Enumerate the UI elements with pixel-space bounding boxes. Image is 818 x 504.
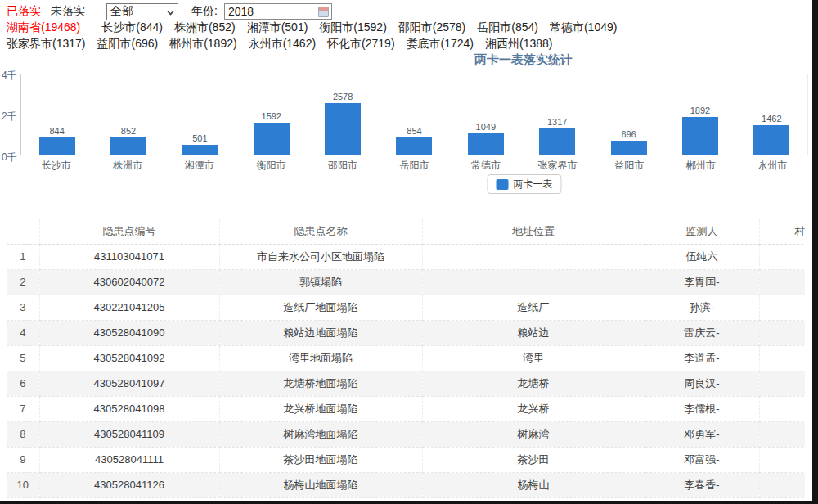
bar-value-label: 844 xyxy=(50,126,65,136)
bar[interactable] xyxy=(396,137,432,155)
link-city[interactable]: 湘潭市(501) xyxy=(247,20,308,35)
toolbar: 已落实 未落实 全部 年份: 2018 xyxy=(7,2,332,20)
x-axis-label: 岳阳市 xyxy=(379,159,451,173)
legend-label: 两卡一表 xyxy=(514,178,553,191)
column-header: 监测人 xyxy=(645,219,759,244)
bar-group: 2578 xyxy=(307,74,378,155)
legend-swatch xyxy=(497,179,509,190)
y-axis-tick: 4千 xyxy=(2,69,20,83)
x-axis-labels: 长沙市株洲市湘潭市衡阳市邵阳市岳阳市常德市张家界市益阳市郴州市永州市 xyxy=(20,159,808,173)
cell-name: 郭镇塌陷 xyxy=(219,269,422,295)
bar-group: 1049 xyxy=(450,74,521,155)
bar-value-label: 852 xyxy=(121,126,136,136)
bar-value-label: 854 xyxy=(407,126,421,136)
chart-legend[interactable]: 两卡一表 xyxy=(488,174,562,194)
x-axis-label: 张家界市 xyxy=(522,159,594,173)
cell-village: 朱志良- xyxy=(759,320,805,345)
x-axis-label: 永州市 xyxy=(736,159,808,173)
cell-name: 龙兴桥地面塌陷 xyxy=(219,396,422,421)
link-city[interactable]: 株洲市(852) xyxy=(174,20,236,35)
link-province[interactable]: 湖南省(19468) xyxy=(7,20,80,35)
cell-village: 刘绍举- xyxy=(759,396,805,421)
link-city[interactable]: 衡阳市(1592) xyxy=(319,20,386,35)
chart-bars: 844852501159225788541049131769618921462 xyxy=(21,74,807,155)
filter-select[interactable]: 全部 xyxy=(106,3,178,20)
cell-code: 430528041098 xyxy=(39,396,219,421)
bar[interactable] xyxy=(611,141,647,155)
cell-address: 杨梅山 xyxy=(422,472,645,497)
bar[interactable] xyxy=(468,133,504,155)
bar-value-label: 1049 xyxy=(476,122,496,132)
bar-group: 854 xyxy=(379,74,450,155)
bar[interactable] xyxy=(39,137,75,155)
cell-monitor: 雷庆云- xyxy=(645,320,759,345)
link-city[interactable]: 邵阳市(2578) xyxy=(398,20,465,35)
cell-monitor: 邓勇军- xyxy=(645,421,759,447)
data-table-container: 隐患点编号隐患点名称地址位置监测人村(组)负责人 1431103041071市自… xyxy=(7,219,805,502)
cell-address xyxy=(422,244,645,269)
cell-village: 邓勇军- xyxy=(759,421,805,447)
hazard-table: 隐患点编号隐患点名称地址位置监测人村(组)负责人 1431103041071市自… xyxy=(7,219,805,498)
table-header-row: 隐患点编号隐患点名称地址位置监测人村(组)负责人 xyxy=(7,219,805,244)
link-city[interactable]: 岳阳市(854) xyxy=(477,20,538,35)
cell-name: 杨梅山地面塌陷 xyxy=(219,472,422,497)
cell-num: 9 xyxy=(7,447,39,472)
cell-name: 市自来水公司小区地面塌陷 xyxy=(219,244,422,269)
cell-num: 7 xyxy=(7,396,39,421)
link-city[interactable]: 长沙市(844) xyxy=(101,20,163,35)
table-row: 10430528041126杨梅山地面塌陷杨梅山李春香-李春香- xyxy=(7,472,805,497)
cell-num: 5 xyxy=(7,345,39,371)
cell-monitor: 周良汉- xyxy=(645,371,759,396)
cell-num: 4 xyxy=(7,320,39,345)
link-city[interactable]: 常德市(1049) xyxy=(550,20,617,35)
bar-group: 852 xyxy=(92,74,164,155)
bar[interactable] xyxy=(539,128,575,155)
x-axis-label: 株洲市 xyxy=(92,159,164,173)
table-row: 4430528041090粮站边地面塌陷粮站边雷庆云-朱志良- xyxy=(7,320,805,345)
x-axis-label: 常德市 xyxy=(450,159,522,173)
year-input[interactable]: 2018 xyxy=(224,3,332,20)
tab-implemented[interactable]: 已落实 xyxy=(7,4,41,19)
bar[interactable] xyxy=(182,145,218,155)
cell-code: 430221041205 xyxy=(39,295,219,320)
cell-code: 430528041126 xyxy=(39,472,219,497)
table-row: 5430528041092湾里地面塌陷湾里李道孟-李道孟- xyxy=(7,345,805,371)
region-links-row1: 湖南省(19468) 长沙市(844)株洲市(852)湘潭市(501)衡阳市(1… xyxy=(7,20,800,35)
year-label: 年份: xyxy=(191,4,218,19)
cell-monitor: 伍纯六 xyxy=(645,244,759,269)
cell-num: 8 xyxy=(7,421,39,447)
cell-num: 3 xyxy=(7,295,39,320)
bar[interactable] xyxy=(110,137,146,155)
cell-name: 粮站边地面塌陷 xyxy=(219,320,422,345)
calendar-icon[interactable] xyxy=(318,7,329,17)
cell-monitor: 李胃国- xyxy=(645,269,759,295)
table-row: 7430528041098龙兴桥地面塌陷龙兴桥李儒根-刘绍举- xyxy=(7,396,805,421)
table-row: 9430528041111茶沙田地面塌陷茶沙田邓富强-邓富强- xyxy=(7,447,805,472)
x-axis-label: 郴州市 xyxy=(665,159,737,173)
cell-num: 1 xyxy=(7,244,39,269)
cell-num: 6 xyxy=(7,371,39,396)
bar[interactable] xyxy=(254,123,290,155)
bar-value-label: 2578 xyxy=(333,92,353,101)
bar-value-label: 1592 xyxy=(262,111,281,121)
cell-village: 刘先柱- xyxy=(759,371,805,396)
bar-chart: 两卡一表落实统计 4千 2千 0千 8448525011592257885410… xyxy=(0,49,811,201)
cell-address: 粮站边 xyxy=(422,320,645,345)
x-axis-label: 湘潭市 xyxy=(164,159,236,173)
tab-not-implemented[interactable]: 未落实 xyxy=(51,4,85,19)
bar[interactable] xyxy=(325,103,361,155)
table-row: 6430528041097龙塘桥地面塌陷龙塘桥周良汉-刘先柱- xyxy=(7,371,805,396)
bar[interactable] xyxy=(753,125,789,155)
bar-value-label: 501 xyxy=(192,133,207,143)
cell-name: 龙塘桥地面塌陷 xyxy=(219,371,422,396)
bar-group: 1317 xyxy=(522,74,593,155)
bar-group: 696 xyxy=(593,74,664,155)
cell-name: 湾里地面塌陷 xyxy=(219,345,422,371)
chevron-down-icon xyxy=(168,8,174,15)
y-axis-tick: 2千 xyxy=(2,110,20,124)
bar-group: 844 xyxy=(21,74,92,155)
cell-village: 伍纯六- xyxy=(759,244,805,269)
filter-select-value: 全部 xyxy=(110,4,133,19)
cell-num: 10 xyxy=(7,472,39,497)
bar[interactable] xyxy=(682,117,718,155)
